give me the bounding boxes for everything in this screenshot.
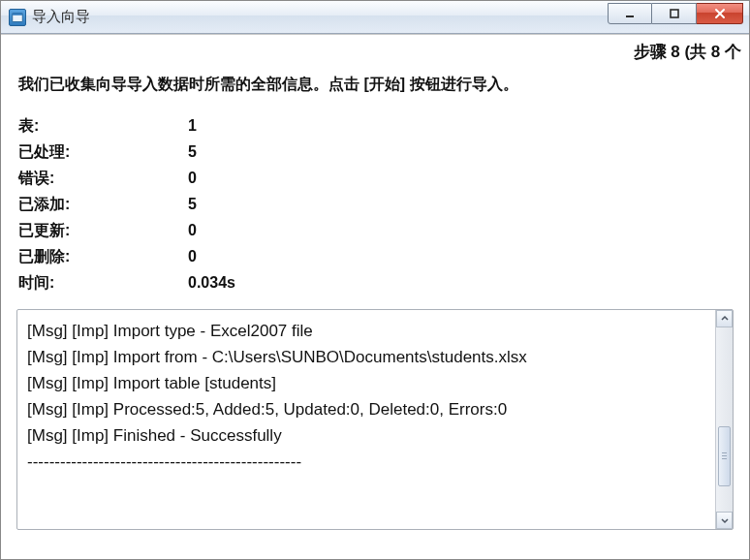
log-line: [Msg] [Imp] Import type - Excel2007 file [27, 322, 313, 340]
svg-rect-2 [626, 16, 634, 17]
stats-row: 表: 1 [18, 112, 732, 139]
stats-row: 已删除: 0 [18, 243, 732, 269]
scroll-down-button[interactable] [716, 512, 733, 529]
title-bar: 导入向导 [1, 1, 749, 34]
instruction-text: 我们已收集向导导入数据时所需的全部信息。点击 [开始] 按钮进行导入。 [1, 63, 749, 112]
stats-label: 已处理: [18, 139, 188, 165]
stats-row: 错误: 0 [18, 165, 732, 191]
stats-label: 时间: [18, 269, 188, 296]
log-line: [Msg] [Imp] Import from - C:\Users\SUNBO… [27, 348, 527, 366]
svg-rect-1 [13, 13, 23, 15]
stats-label: 错误: [18, 165, 188, 191]
log-line: ----------------------------------------… [27, 452, 301, 471]
window-controls [608, 7, 743, 28]
stats-table: 表: 1 已处理: 5 错误: 0 已添加: 5 已更新: 0 已删除: 0 时… [1, 112, 749, 305]
stats-value: 0.034s [188, 269, 235, 296]
stats-label: 已更新: [18, 217, 188, 243]
stats-row: 时间: 0.034s [18, 269, 732, 296]
chevron-up-icon [721, 315, 729, 323]
stats-row: 已更新: 0 [18, 217, 732, 243]
stats-value: 0 [188, 243, 197, 269]
log-line: [Msg] [Imp] Import table [students] [27, 374, 276, 392]
stats-value: 0 [188, 217, 197, 243]
close-button[interactable] [697, 3, 743, 24]
wizard-content: 步骤 8 (共 8 个 我们已收集向导导入数据时所需的全部信息。点击 [开始] … [1, 34, 749, 559]
stats-value: 1 [188, 112, 197, 139]
app-icon [9, 9, 26, 26]
log-output[interactable]: [Msg] [Imp] Import type - Excel2007 file… [17, 310, 715, 529]
stats-label: 已添加: [18, 191, 188, 217]
scrollbar[interactable] [715, 310, 733, 529]
log-line: [Msg] [Imp] Processed:5, Added:5, Update… [27, 400, 507, 419]
minimize-button[interactable] [608, 3, 652, 24]
log-panel: [Msg] [Imp] Import type - Excel2007 file… [16, 309, 734, 530]
minimize-icon [624, 8, 636, 19]
close-icon [714, 8, 726, 19]
svg-rect-3 [671, 10, 678, 17]
stats-value: 5 [188, 139, 197, 165]
stats-label: 表: [18, 112, 188, 139]
chevron-down-icon [721, 516, 729, 524]
window-title: 导入向导 [32, 8, 90, 26]
log-line: [Msg] [Imp] Finished - Successfully [27, 426, 282, 445]
stats-value: 0 [188, 165, 197, 191]
step-indicator: 步骤 8 (共 8 个 [1, 35, 749, 63]
scroll-up-button[interactable] [716, 310, 733, 327]
stats-value: 5 [188, 191, 197, 217]
scroll-thumb[interactable] [718, 426, 731, 486]
maximize-button[interactable] [652, 3, 697, 24]
stats-label: 已删除: [18, 243, 188, 269]
stats-row: 已处理: 5 [18, 139, 732, 165]
maximize-icon [669, 8, 680, 19]
stats-row: 已添加: 5 [18, 191, 732, 217]
